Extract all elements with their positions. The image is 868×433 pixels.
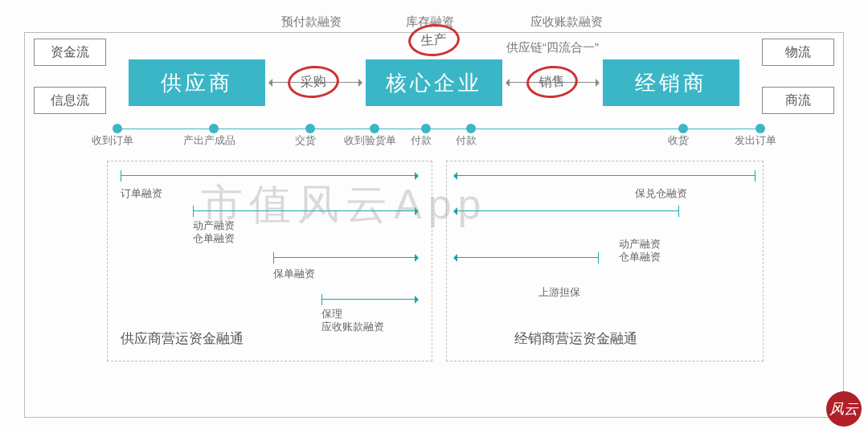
box-commerce: 商流: [762, 87, 834, 114]
la3-label: 保单融资: [273, 267, 315, 281]
ra1-label: 保兑仓融资: [635, 186, 687, 201]
node-7: 发出订单: [735, 133, 776, 148]
entity-dealer: 经销商: [603, 59, 739, 106]
node-1: 产出产成品: [183, 133, 235, 148]
la3: [273, 257, 418, 258]
label-fourflow: 供应链“四流合一”: [506, 40, 599, 55]
la1-label: 订单融资: [121, 186, 162, 201]
left-title: 供应商营运资金融通: [121, 329, 244, 348]
box-infoflow: 信息流: [34, 87, 106, 114]
entity-supplier: 供应商: [129, 59, 265, 106]
node-2: 交货: [295, 133, 316, 148]
box-cashflow: 资金流: [34, 39, 106, 66]
node-3: 收到验货单: [344, 133, 396, 148]
ra2b-label: 仓单融资: [619, 250, 661, 264]
label-prepay: 预付款融资: [281, 14, 342, 30]
brand-stamp: 风云: [826, 391, 862, 427]
label-receivable: 应收账款融资: [530, 14, 603, 30]
ra0: [454, 175, 755, 176]
ra3-label: 上游担保: [538, 285, 580, 300]
la4b-label: 应收账款融资: [321, 320, 384, 334]
la2b-label: 仓单融资: [193, 231, 235, 246]
ra1: [454, 210, 679, 211]
node-5: 付款: [456, 133, 477, 148]
ra2: [454, 257, 599, 258]
la2: [193, 210, 418, 211]
node-6: 收货: [668, 133, 689, 148]
la4: [321, 299, 418, 300]
box-logistics: 物流: [762, 39, 834, 66]
la1: [121, 175, 418, 176]
timeline: 收到订单 产出产成品 交货 收到验货单 付款 付款 收货 发出订单: [113, 129, 755, 129]
right-title: 经销商营运资金融通: [514, 329, 637, 348]
entity-core: 核心企业: [366, 59, 502, 106]
node-4: 付款: [411, 133, 432, 148]
node-0: 收到订单: [92, 133, 133, 148]
